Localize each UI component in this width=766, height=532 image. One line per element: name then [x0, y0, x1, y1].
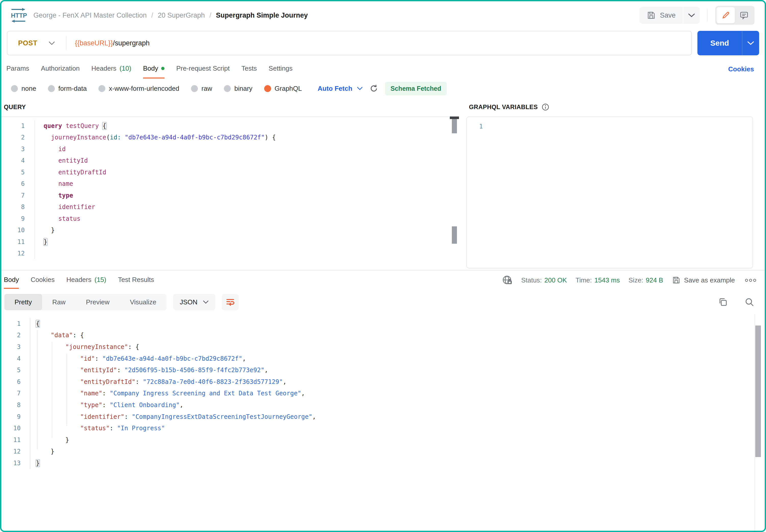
tab-headers[interactable]: Headers(10) [91, 60, 131, 79]
view-raw[interactable]: Raw [42, 294, 76, 310]
response-tab-body[interactable]: Body [4, 272, 19, 289]
save-options-button[interactable] [683, 7, 700, 24]
radio-icon [48, 85, 55, 92]
url-path: /supergraph [113, 39, 150, 47]
tab-label: Pre-request Script [176, 64, 230, 72]
url-input[interactable]: {{baseURL}}/supergraph [66, 39, 150, 47]
tab-pre-request-script[interactable]: Pre-request Script [176, 60, 230, 79]
tab-count: (15) [94, 276, 106, 284]
tab-body[interactable]: Body [143, 60, 164, 79]
copy-icon[interactable] [718, 297, 728, 307]
variables-editor[interactable]: 1 [467, 116, 753, 268]
scrollbar-thumb[interactable] [755, 326, 761, 457]
breadcrumb-item-george-fenx-api-master-collection[interactable]: George - FenX API Master Collection [33, 11, 147, 19]
line-number: 3 [1, 146, 34, 153]
send-button[interactable]: Send [697, 31, 742, 55]
line-number: 6 [1, 180, 34, 187]
line-number: 1 [1, 122, 34, 129]
radio-icon [264, 85, 271, 92]
tab-tests[interactable]: Tests [241, 60, 257, 79]
response-tab-test-results[interactable]: Test Results [118, 272, 154, 289]
header-divider [707, 9, 708, 21]
search-icon[interactable] [744, 297, 755, 307]
line-content: entityId [34, 155, 88, 167]
tab-authorization[interactable]: Authorization [41, 60, 80, 79]
line-number: 7 [1, 390, 30, 397]
response-body[interactable]: 1{2 "data": {3 "journeyInstance": {4 "id… [1, 314, 765, 531]
comments-button[interactable] [735, 7, 753, 23]
save-icon [647, 11, 656, 20]
save-as-example-button[interactable]: Save as example [672, 276, 735, 284]
line-content: } [34, 225, 55, 236]
edit-mode-button[interactable] [717, 7, 735, 23]
scrollbar-thumb[interactable] [452, 119, 457, 133]
line-number: 1 [467, 123, 488, 130]
body-type-none[interactable]: none [11, 85, 36, 93]
line-content: id [34, 143, 66, 155]
line-content: "identifier": "CompanyIngressExtDataScre… [30, 411, 316, 423]
send-options-button[interactable] [742, 31, 759, 55]
info-icon[interactable] [541, 103, 550, 111]
query-code-line: 11} [1, 236, 449, 248]
save-button-label: Save [660, 11, 676, 19]
line-content: } [34, 236, 47, 248]
body-type-raw[interactable]: raw [191, 85, 212, 93]
edit-comment-toggle [715, 6, 755, 25]
meta-value: 924 B [646, 276, 663, 284]
query-editor[interactable]: 1query testQuery {2 journeyInstance(id: … [1, 116, 449, 270]
scrollbar-thumb[interactable] [452, 226, 457, 244]
line-number: 12 [1, 448, 30, 455]
line-number: 9 [1, 215, 34, 222]
method-label: POST [18, 39, 37, 47]
response-tab-cookies[interactable]: Cookies [31, 272, 55, 289]
radio-label: binary [234, 85, 252, 93]
refresh-schema-button[interactable] [369, 84, 378, 93]
query-code-line: 2 journeyInstance(id: "db7e643e-a94d-4a0… [1, 132, 449, 144]
response-code-line: 8 "type": "Client Onboarding", [1, 399, 765, 411]
line-content: type [34, 190, 73, 201]
line-number: 10 [1, 425, 30, 432]
indent-guide [37, 330, 37, 449]
tab-count: (10) [120, 64, 131, 72]
tab-params[interactable]: Params [6, 60, 29, 79]
body-type-graphql[interactable]: GraphQL [264, 85, 302, 93]
unsaved-dot-icon [161, 67, 164, 70]
body-type-x-www-form-urlencoded[interactable]: x-www-form-urlencoded [98, 85, 179, 93]
response-tab-headers[interactable]: Headers(15) [66, 272, 106, 289]
http-request-icon: HTTP [10, 7, 27, 23]
body-type-form-data[interactable]: form-data [48, 85, 87, 93]
auto-fetch-dropdown[interactable]: Auto Fetch [318, 85, 362, 93]
view-preview[interactable]: Preview [76, 294, 120, 310]
tab-settings[interactable]: Settings [268, 60, 292, 79]
line-content: "name": "Company Ingress Screening and E… [30, 388, 305, 399]
response-view-bar: PrettyRawPreviewVisualize JSON [1, 290, 765, 314]
format-dropdown[interactable]: JSON [173, 294, 215, 310]
body-type-binary[interactable]: binary [224, 85, 252, 93]
graphql-editor-area: QUERY 1query testQuery {2 journeyInstanc… [1, 98, 765, 270]
response-scrollbar[interactable] [755, 314, 763, 531]
method-selector[interactable]: POST [7, 39, 66, 47]
line-content: } [30, 446, 54, 458]
comment-icon [739, 11, 749, 20]
cookies-link[interactable]: Cookies [728, 65, 754, 73]
body-type-row: noneform-datax-www-form-urlencodedrawbin… [1, 79, 765, 98]
breadcrumb-item-20-supergraph[interactable]: 20 SuperGraph [158, 11, 205, 19]
save-button[interactable]: Save [640, 7, 683, 24]
url-variable: {{baseURL}} [75, 39, 113, 47]
response-code-line: 2 "data": { [1, 330, 765, 341]
wrap-lines-button[interactable] [222, 294, 239, 310]
breadcrumb-item-supergraph-simple-journey: Supergraph Simple Journey [216, 11, 308, 19]
line-content [488, 121, 497, 132]
tab-label: Test Results [118, 276, 154, 284]
save-icon [672, 276, 681, 284]
view-pretty[interactable]: Pretty [4, 294, 42, 310]
line-number: 11 [1, 238, 34, 245]
query-scrollbar[interactable] [449, 98, 460, 270]
line-number: 10 [1, 227, 34, 234]
more-actions-button[interactable] [745, 279, 756, 282]
response-code-line: 1{ [1, 318, 765, 330]
view-visualize[interactable]: Visualize [120, 294, 166, 310]
query-code-line: 7 type [1, 190, 449, 201]
indent-guide [67, 354, 67, 426]
chevron-down-icon [688, 13, 695, 17]
